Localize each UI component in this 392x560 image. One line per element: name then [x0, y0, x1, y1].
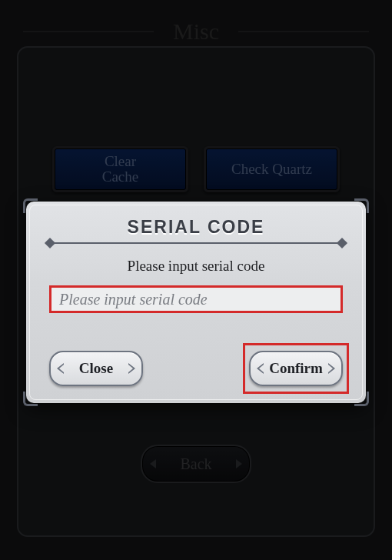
confirm-label: Confirm	[269, 360, 323, 377]
chevron-left-icon	[57, 363, 64, 374]
dialog-title-rule	[48, 242, 344, 244]
serial-code-input[interactable]	[49, 285, 343, 313]
chevron-left-icon	[257, 363, 264, 374]
dialog-actions: Close Confirm	[26, 351, 366, 386]
dialog-corner-ornament	[354, 198, 369, 213]
confirm-button[interactable]: Confirm	[249, 351, 343, 386]
serial-code-dialog: Serial Code Please input serial code Clo…	[26, 202, 366, 403]
close-label: Close	[79, 360, 113, 377]
chevron-right-icon	[328, 363, 335, 374]
dialog-corner-ornament	[354, 392, 369, 406]
dialog-corner-ornament	[23, 198, 38, 213]
close-button[interactable]: Close	[49, 351, 143, 386]
serial-input-wrap	[49, 285, 343, 313]
dialog-title: Serial Code	[26, 202, 366, 238]
dialog-corner-ornament	[23, 392, 38, 406]
chevron-right-icon	[128, 363, 135, 374]
dialog-prompt: Please input serial code	[26, 258, 366, 275]
